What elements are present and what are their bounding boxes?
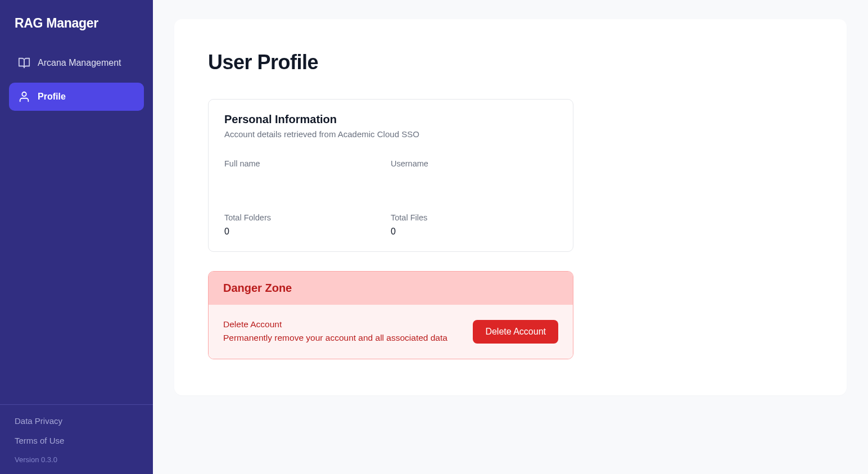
version-label: Version 0.3.0 (15, 455, 138, 464)
page-title: User Profile (208, 51, 813, 74)
sidebar-item-profile[interactable]: Profile (9, 83, 144, 111)
personal-info-card: Personal Information Account details ret… (208, 99, 573, 252)
user-icon (18, 91, 30, 103)
book-open-icon (18, 57, 30, 69)
page-card: User Profile Personal Information Accoun… (174, 19, 847, 395)
field-value (224, 173, 391, 183)
field-label: Total Files (391, 213, 557, 222)
personal-info-sub: Account details retrieved from Academic … (224, 129, 557, 139)
delete-account-button[interactable]: Delete Account (473, 320, 558, 344)
personal-info-heading: Personal Information (224, 113, 557, 126)
main-content: User Profile Personal Information Accoun… (153, 0, 868, 474)
danger-row-sub: Permanently remove your account and all … (223, 332, 459, 344)
sidebar-item-label: Arcana Management (38, 57, 121, 69)
field-value: 0 (224, 227, 391, 237)
sidebar-nav: Arcana Management Profile (0, 49, 153, 116)
field-full-name: Full name (224, 159, 391, 183)
sidebar-item-label: Profile (38, 91, 66, 103)
field-label: Username (391, 159, 557, 168)
sidebar-footer: Data Privacy Terms of Use Version 0.3.0 (0, 404, 153, 464)
sidebar: RAG Manager Arcana Management Profile Da (0, 0, 153, 474)
svg-point-0 (22, 92, 26, 96)
sidebar-item-arcana[interactable]: Arcana Management (9, 49, 144, 77)
danger-zone-heading: Danger Zone (223, 282, 558, 295)
field-value: 0 (391, 227, 557, 237)
danger-zone-card: Danger Zone Delete Account Permanently r… (208, 271, 573, 359)
footer-link-privacy[interactable]: Data Privacy (15, 416, 138, 426)
footer-link-terms[interactable]: Terms of Use (15, 436, 138, 445)
field-label: Full name (224, 159, 391, 168)
field-value (391, 173, 557, 183)
danger-row-title: Delete Account (223, 319, 459, 329)
field-total-files: Total Files 0 (391, 213, 557, 237)
app-title: RAG Manager (0, 16, 153, 49)
field-label: Total Folders (224, 213, 391, 222)
field-total-folders: Total Folders 0 (224, 213, 391, 237)
field-username: Username (391, 159, 557, 183)
